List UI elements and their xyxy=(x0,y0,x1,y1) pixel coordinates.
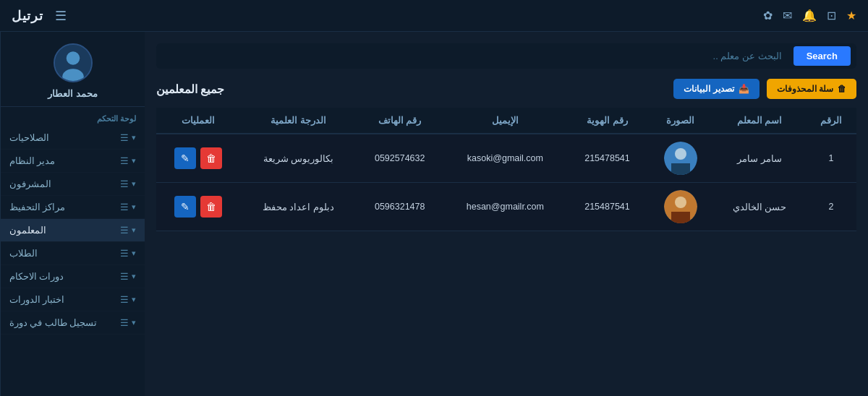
sidebar-item-admin[interactable]: ▾ ☰ مدير النظام xyxy=(1,150,145,173)
col-photo: الصورة xyxy=(648,108,714,134)
search-bar: Search xyxy=(156,43,856,69)
sidebar-item-label: الصلاحيات xyxy=(9,132,49,143)
row-avatar xyxy=(664,190,697,223)
cell-id: 2 xyxy=(806,183,856,231)
sidebar-item-label: اختبار الدورات xyxy=(9,294,64,305)
action-buttons: 🗑 ✎ xyxy=(165,196,232,218)
chevron-icon: ▾ xyxy=(132,133,136,142)
sidebar-item-students[interactable]: ▾ ☰ الطلاب xyxy=(1,242,145,265)
chevron-icon: ▾ xyxy=(132,179,136,189)
menu-icon: ☰ xyxy=(120,155,129,166)
cell-phone: 0596321478 xyxy=(356,183,443,231)
col-id: الرقم xyxy=(806,108,856,134)
row-avatar xyxy=(664,142,697,175)
sidebar-item-teachers[interactable]: ▾ ☰ المعلمون xyxy=(1,219,145,242)
sidebar-item-label: المشرفون xyxy=(9,178,51,189)
export-icon: 📥 xyxy=(739,84,749,94)
cell-email: kasoki@gmail.com xyxy=(443,134,566,183)
page-title: جميع المعلمين xyxy=(156,82,224,96)
sidebar-item-label: دورات الاحكام xyxy=(9,271,64,282)
sidebar-item-register-student[interactable]: ▾ ☰ تسجيل طالب في دورة xyxy=(1,311,145,335)
sidebar-item-label: مراكز التحفيظ xyxy=(9,202,65,212)
chevron-icon: ▾ xyxy=(132,295,136,304)
menu-icon: ☰ xyxy=(120,225,129,236)
delete-row-button[interactable]: 🗑 xyxy=(200,147,222,169)
search-button[interactable]: Search xyxy=(793,46,851,66)
bell-icon[interactable]: 🔔 xyxy=(802,9,817,22)
expand-icon[interactable]: ⊡ xyxy=(827,9,836,22)
cell-email: hesan@gmailr.com xyxy=(443,183,566,231)
sidebar-profile: محمد العطار xyxy=(1,32,145,107)
chevron-icon: ▾ xyxy=(132,202,136,212)
svg-rect-3 xyxy=(671,163,690,175)
table-header-row: الرقم اسم المعلم الصورة رقم الهوية الإيم… xyxy=(156,108,856,134)
cell-id: 1 xyxy=(806,134,856,183)
toolbar-left: 🗑 سلة المحذوفات 📥 تصدير البيانات xyxy=(673,79,856,99)
sidebar-item-supervisors[interactable]: ▾ ☰ المشرفون xyxy=(1,173,145,196)
sidebar-section-title: لوحة التحكم xyxy=(1,107,145,126)
export-button-label: تصدير البيانات xyxy=(684,84,733,94)
cell-photo xyxy=(648,183,714,231)
sidebar-item-courses[interactable]: ▾ ☰ دورات الاحكام xyxy=(1,265,145,288)
hamburger-icon[interactable]: ☰ xyxy=(55,8,67,24)
cell-degree: دبلوم اعداد محفظ xyxy=(241,183,356,231)
sidebar-item-centers[interactable]: ▾ ☰ مراكز التحفيظ xyxy=(1,196,145,219)
cell-phone: 0592574632 xyxy=(356,134,443,183)
cell-photo xyxy=(648,134,714,183)
col-degree: الدرجة العلمية xyxy=(241,108,356,134)
svg-point-9 xyxy=(66,51,80,65)
teachers-table: الرقم اسم المعلم الصورة رقم الهوية الإيم… xyxy=(156,108,856,231)
export-button[interactable]: 📥 تصدير البيانات xyxy=(673,79,759,99)
cell-actions: 🗑 ✎ xyxy=(156,183,241,231)
sidebar-item-label: تسجيل طالب في دورة xyxy=(9,317,97,328)
edit-row-button[interactable]: ✎ xyxy=(174,196,196,218)
cell-identity: 215478541 xyxy=(566,134,647,183)
table-row: 2 حسن الخالدي 215487541 hesan@gmailr.com… xyxy=(156,183,856,231)
search-input[interactable] xyxy=(162,46,788,66)
sidebar-item-label: مدير النظام xyxy=(9,155,55,166)
menu-icon: ☰ xyxy=(120,248,129,259)
sidebar-item-label: الطلاب xyxy=(9,248,38,259)
edit-row-button[interactable]: ✎ xyxy=(174,147,196,169)
cell-identity: 215487541 xyxy=(566,183,647,231)
chevron-icon: ▾ xyxy=(132,249,136,258)
sidebar-item-permissions[interactable]: ▾ ☰ الصلاحيات xyxy=(1,126,145,150)
chevron-icon: ▾ xyxy=(132,156,136,165)
chevron-icon: ▾ xyxy=(132,318,136,327)
col-identity: رقم الهوية xyxy=(566,108,647,134)
sidebar-username: محمد العطار xyxy=(48,88,98,99)
mail-icon[interactable]: ✉ xyxy=(783,9,792,22)
avatar xyxy=(54,43,93,82)
main-layout: Search 🗑 سلة المحذوفات 📥 تصدير البيانات … xyxy=(0,32,868,396)
cell-actions: 🗑 ✎ xyxy=(156,134,241,183)
settings-icon[interactable]: ✿ xyxy=(763,9,773,22)
chevron-icon: ▾ xyxy=(132,272,136,281)
svg-point-1 xyxy=(675,148,686,160)
main-content: Search 🗑 سلة المحذوفات 📥 تصدير البيانات … xyxy=(145,32,868,396)
star-icon[interactable]: ★ xyxy=(846,9,856,22)
table-row: 1 سامر سامر 215478541 kasoki@gmail.com 0… xyxy=(156,134,856,183)
menu-icon: ☰ xyxy=(120,294,129,305)
action-buttons: 🗑 ✎ xyxy=(165,147,232,169)
sidebar: محمد العطار لوحة التحكم ▾ ☰ الصلاحيات ▾ … xyxy=(0,32,145,396)
cell-name: سامر سامر xyxy=(713,134,806,183)
chevron-icon: ▾ xyxy=(132,225,136,235)
col-actions: العمليات xyxy=(156,108,241,134)
trash-button[interactable]: 🗑 سلة المحذوفات xyxy=(767,79,856,99)
menu-icon: ☰ xyxy=(120,271,129,282)
col-name: اسم المعلم xyxy=(713,108,806,134)
cell-name: حسن الخالدي xyxy=(713,183,806,231)
app-title: ترتيل xyxy=(12,8,43,24)
menu-icon: ☰ xyxy=(120,202,129,212)
delete-row-button[interactable]: 🗑 xyxy=(200,196,222,218)
menu-icon: ☰ xyxy=(120,178,129,189)
menu-icon: ☰ xyxy=(120,132,129,143)
cell-degree: بكالوريوس شريعة xyxy=(241,134,356,183)
toolbar-row: 🗑 سلة المحذوفات 📥 تصدير البيانات جميع ال… xyxy=(156,79,856,99)
trash-icon: 🗑 xyxy=(838,84,846,94)
trash-button-label: سلة المحذوفات xyxy=(777,84,833,94)
menu-icon: ☰ xyxy=(120,317,129,328)
topnav-icons: ★ ⊡ 🔔 ✉ ✿ xyxy=(763,9,856,22)
col-phone: رقم الهاتف xyxy=(356,108,443,134)
sidebar-item-course-tests[interactable]: ▾ ☰ اختبار الدورات xyxy=(1,288,145,311)
